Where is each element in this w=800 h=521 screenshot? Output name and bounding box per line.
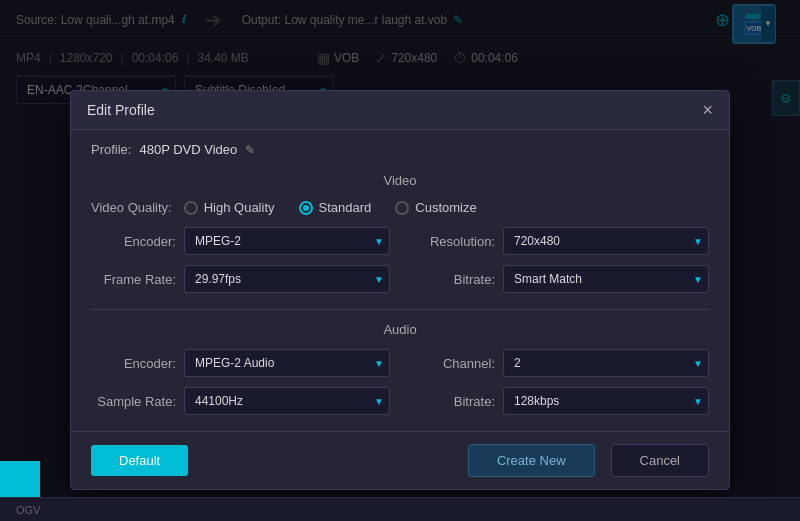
channel-field: Channel: 2 1 6 ▼ <box>410 349 709 377</box>
video-fields-grid: Encoder: MPEG-2 MPEG-4 H.264 ▼ Resolutio… <box>91 227 709 293</box>
channel-select-wrapper: 2 1 6 ▼ <box>503 349 709 377</box>
modal-title: Edit Profile <box>87 102 155 118</box>
encoder-field: Encoder: MPEG-2 MPEG-4 H.264 ▼ <box>91 227 390 255</box>
audio-bitrate-select[interactable]: 128kbps 192kbps 256kbps <box>503 387 709 415</box>
channel-label: Channel: <box>410 356 495 371</box>
modal-overlay: Edit Profile × Profile: 480P DVD Video ✎… <box>0 0 800 521</box>
radio-high-quality[interactable]: High Quality <box>184 200 275 215</box>
resolution-select[interactable]: 720x480 1280x720 <box>503 227 709 255</box>
resolution-select-wrapper: 720x480 1280x720 ▼ <box>503 227 709 255</box>
bottom-format: OGV <box>16 504 40 516</box>
radio-customize-label: Customize <box>415 200 476 215</box>
profile-edit-icon[interactable]: ✎ <box>245 143 255 157</box>
edit-profile-modal: Edit Profile × Profile: 480P DVD Video ✎… <box>70 90 730 490</box>
video-bitrate-label: Bitrate: <box>410 272 495 287</box>
audio-bitrate-field: Bitrate: 128kbps 192kbps 256kbps ▼ <box>410 387 709 415</box>
video-quality-label: Video Quality: <box>91 200 172 215</box>
radio-standard-label: Standard <box>319 200 372 215</box>
radio-high-label: High Quality <box>204 200 275 215</box>
profile-name: 480P DVD Video <box>139 142 237 157</box>
encoder-label: Encoder: <box>91 234 176 249</box>
audio-fields-grid: Encoder: MPEG-2 Audio MP3 AAC ▼ Channel: <box>91 349 709 415</box>
sample-rate-field: Sample Rate: 44100Hz 48000Hz 22050Hz ▼ <box>91 387 390 415</box>
video-quality-row: Video Quality: High Quality Standard Cus… <box>91 200 709 215</box>
sample-rate-select[interactable]: 44100Hz 48000Hz 22050Hz <box>184 387 390 415</box>
sample-rate-label: Sample Rate: <box>91 394 176 409</box>
modal-footer: Default Create New Cancel <box>71 431 729 489</box>
radio-customize-circle <box>395 201 409 215</box>
encoder-select[interactable]: MPEG-2 MPEG-4 H.264 <box>184 227 390 255</box>
section-divider <box>91 309 709 310</box>
sample-rate-select-wrapper: 44100Hz 48000Hz 22050Hz ▼ <box>184 387 390 415</box>
create-new-button[interactable]: Create New <box>468 444 595 477</box>
cancel-button[interactable]: Cancel <box>611 444 709 477</box>
frame-rate-select-wrapper: 29.97fps 25fps 30fps ▼ <box>184 265 390 293</box>
default-button[interactable]: Default <box>91 445 188 476</box>
resolution-label: Resolution: <box>410 234 495 249</box>
resolution-field: Resolution: 720x480 1280x720 ▼ <box>410 227 709 255</box>
modal-body: Profile: 480P DVD Video ✎ Video Video Qu… <box>71 130 729 431</box>
bottom-bar: OGV <box>0 497 800 521</box>
audio-encoder-label: Encoder: <box>91 356 176 371</box>
footer-right-buttons: Create New Cancel <box>468 444 709 477</box>
radio-customize[interactable]: Customize <box>395 200 476 215</box>
video-section-title: Video <box>91 173 709 188</box>
audio-encoder-select[interactable]: MPEG-2 Audio MP3 AAC <box>184 349 390 377</box>
channel-select[interactable]: 2 1 6 <box>503 349 709 377</box>
frame-rate-select[interactable]: 29.97fps 25fps 30fps <box>184 265 390 293</box>
video-bitrate-select[interactable]: Smart Match 256kbps 512kbps <box>503 265 709 293</box>
audio-bitrate-select-wrapper: 128kbps 192kbps 256kbps ▼ <box>503 387 709 415</box>
cyan-block <box>0 461 40 497</box>
modal-header: Edit Profile × <box>71 91 729 130</box>
audio-encoder-field: Encoder: MPEG-2 Audio MP3 AAC ▼ <box>91 349 390 377</box>
profile-row: Profile: 480P DVD Video ✎ <box>91 142 709 157</box>
frame-rate-field: Frame Rate: 29.97fps 25fps 30fps ▼ <box>91 265 390 293</box>
audio-encoder-select-wrapper: MPEG-2 Audio MP3 AAC ▼ <box>184 349 390 377</box>
radio-standard[interactable]: Standard <box>299 200 372 215</box>
profile-label: Profile: <box>91 142 131 157</box>
frame-rate-label: Frame Rate: <box>91 272 176 287</box>
video-bitrate-field: Bitrate: Smart Match 256kbps 512kbps ▼ <box>410 265 709 293</box>
close-button[interactable]: × <box>702 101 713 119</box>
video-bitrate-select-wrapper: Smart Match 256kbps 512kbps ▼ <box>503 265 709 293</box>
audio-bitrate-label: Bitrate: <box>410 394 495 409</box>
radio-standard-circle <box>299 201 313 215</box>
encoder-select-wrapper: MPEG-2 MPEG-4 H.264 ▼ <box>184 227 390 255</box>
radio-high-circle <box>184 201 198 215</box>
audio-section-title: Audio <box>91 322 709 337</box>
video-quality-radio-group: High Quality Standard Customize <box>184 200 709 215</box>
